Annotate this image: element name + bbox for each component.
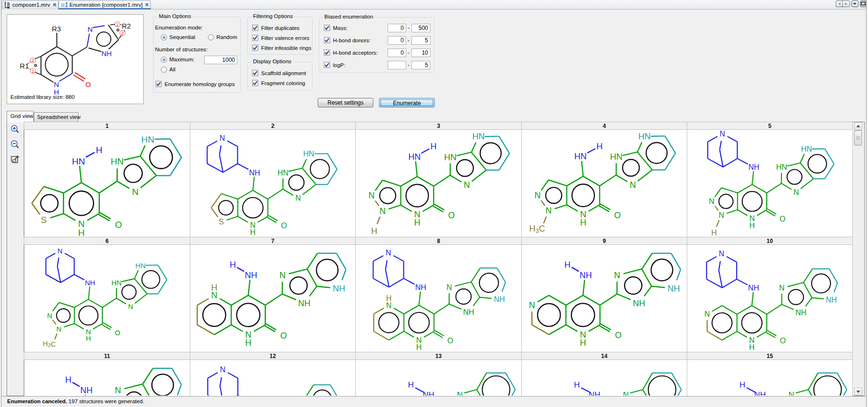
svg-text:NH: NH bbox=[249, 169, 260, 177]
svg-text:N: N bbox=[47, 311, 52, 320]
svg-text:N: N bbox=[88, 25, 93, 33]
svg-text:H3C: H3C bbox=[43, 339, 56, 348]
svg-text:H: H bbox=[386, 294, 392, 302]
svg-text:N: N bbox=[220, 366, 226, 374]
svg-text:N: N bbox=[535, 191, 541, 200]
svg-text:NH: NH bbox=[748, 163, 759, 171]
svg-text:N: N bbox=[447, 283, 452, 291]
svg-text:NH: NH bbox=[754, 390, 766, 396]
svg-text:R1: R1 bbox=[20, 62, 29, 70]
svg-text:H: H bbox=[250, 228, 256, 236]
svg-text:N: N bbox=[709, 197, 714, 205]
svg-text:O: O bbox=[115, 329, 120, 337]
svg-text:NH: NH bbox=[633, 299, 645, 308]
svg-text:N: N bbox=[720, 130, 725, 138]
svg-text:O: O bbox=[115, 220, 122, 230]
svg-text:H: H bbox=[430, 142, 437, 151]
svg-text:R2: R2 bbox=[122, 22, 131, 30]
svg-text:N: N bbox=[279, 271, 285, 280]
svg-text:N: N bbox=[128, 302, 133, 310]
svg-text:HN: HN bbox=[111, 279, 122, 287]
svg-text:N: N bbox=[529, 300, 535, 310]
svg-text:H: H bbox=[711, 229, 717, 236]
svg-text:H3C: H3C bbox=[529, 224, 545, 234]
svg-text:1: 1 bbox=[116, 22, 118, 27]
svg-text:HN: HN bbox=[444, 153, 457, 162]
svg-text:HN: HN bbox=[278, 169, 289, 177]
svg-text:NH: NH bbox=[826, 296, 837, 304]
svg-text:HN: HN bbox=[776, 163, 787, 171]
svg-text:H: H bbox=[65, 375, 71, 385]
svg-text:NH: NH bbox=[298, 299, 311, 308]
svg-text:HN: HN bbox=[141, 135, 154, 145]
svg-text:N: N bbox=[719, 250, 724, 258]
svg-text:N: N bbox=[457, 390, 463, 396]
svg-text:O: O bbox=[780, 337, 786, 345]
svg-text:N: N bbox=[546, 206, 552, 215]
svg-text:H: H bbox=[230, 260, 236, 270]
svg-text:O: O bbox=[281, 222, 287, 230]
svg-text:H: H bbox=[78, 228, 85, 236]
svg-text:HN: HN bbox=[638, 132, 651, 141]
svg-text:H: H bbox=[86, 334, 91, 342]
svg-text:NH: NH bbox=[101, 49, 112, 58]
svg-text:N: N bbox=[369, 191, 375, 200]
svg-text:HN: HN bbox=[111, 156, 124, 166]
svg-text:H: H bbox=[414, 218, 420, 227]
svg-text:N: N bbox=[464, 180, 470, 190]
svg-text:NH: NH bbox=[494, 295, 505, 303]
svg-text:NH: NH bbox=[580, 271, 592, 280]
svg-text:HN: HN bbox=[136, 262, 146, 270]
svg-text:HN: HN bbox=[801, 145, 812, 153]
svg-text:HN: HN bbox=[472, 132, 485, 141]
svg-text:HN: HN bbox=[575, 152, 587, 161]
svg-text:N: N bbox=[630, 180, 636, 190]
svg-text:H: H bbox=[565, 260, 571, 270]
svg-text:NH: NH bbox=[423, 390, 435, 396]
svg-text:R: R bbox=[7, 5, 10, 9]
svg-text:1: 1 bbox=[32, 69, 34, 74]
svg-text:NH: NH bbox=[80, 386, 93, 395]
svg-text:H: H bbox=[580, 338, 586, 348]
svg-text:H: H bbox=[750, 222, 755, 230]
svg-text:N: N bbox=[58, 247, 63, 255]
svg-text:S: S bbox=[41, 215, 47, 225]
svg-text:H: H bbox=[574, 380, 580, 389]
svg-text:NH: NH bbox=[589, 390, 601, 396]
svg-text:O: O bbox=[448, 337, 453, 345]
svg-text:NH: NH bbox=[85, 279, 95, 287]
svg-text:H: H bbox=[740, 380, 745, 389]
svg-text:HN: HN bbox=[72, 156, 85, 166]
svg-text:N: N bbox=[779, 284, 785, 292]
svg-text:H: H bbox=[749, 343, 755, 351]
svg-text:N: N bbox=[220, 134, 225, 142]
svg-text:N: N bbox=[719, 211, 724, 219]
svg-text:NH: NH bbox=[245, 271, 257, 280]
svg-text:N: N bbox=[386, 249, 391, 257]
svg-text:NH: NH bbox=[415, 283, 426, 291]
svg-text:H: H bbox=[96, 145, 103, 155]
svg-text:H: H bbox=[211, 283, 217, 292]
svg-text:O: O bbox=[615, 330, 622, 340]
svg-text:H: H bbox=[371, 226, 377, 236]
svg-text:H: H bbox=[245, 338, 252, 348]
svg-text:N: N bbox=[789, 390, 794, 396]
svg-text:O: O bbox=[614, 211, 621, 220]
svg-text:HN: HN bbox=[610, 152, 623, 162]
svg-text:N: N bbox=[614, 271, 620, 280]
svg-text:HN: HN bbox=[303, 150, 314, 158]
svg-text:N: N bbox=[54, 80, 59, 88]
svg-text:HN: HN bbox=[409, 152, 421, 162]
svg-text:NH: NH bbox=[748, 284, 759, 292]
svg-text:NH: NH bbox=[463, 308, 474, 316]
svg-text:O: O bbox=[780, 215, 785, 223]
svg-text:NH: NH bbox=[668, 284, 680, 293]
svg-text:2: 2 bbox=[32, 58, 34, 63]
svg-text:H: H bbox=[408, 380, 414, 389]
svg-text:NH: NH bbox=[795, 309, 806, 317]
svg-text:N: N bbox=[57, 325, 62, 333]
svg-text:H: H bbox=[416, 343, 422, 351]
svg-text:NH: NH bbox=[333, 284, 345, 293]
svg-text:R: R bbox=[61, 1, 65, 9]
svg-text:N: N bbox=[704, 310, 710, 318]
